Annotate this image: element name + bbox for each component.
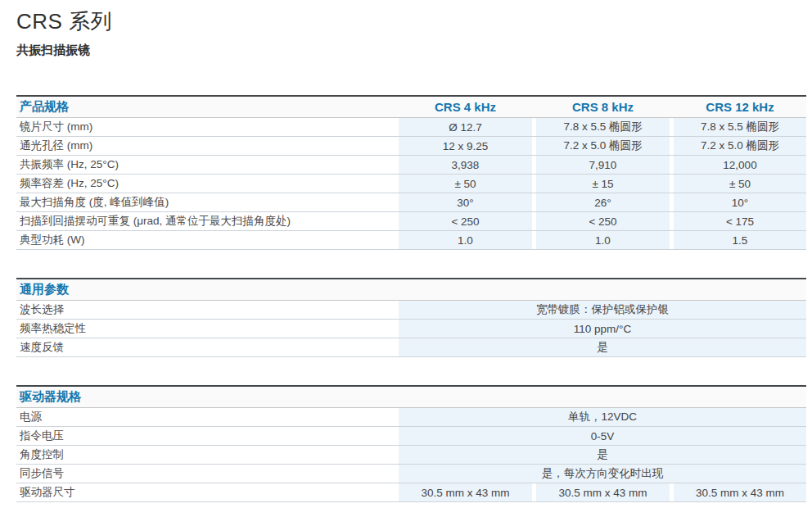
- table-row: 电源单轨，12VDC: [16, 408, 806, 427]
- row-label: 电源: [16, 408, 399, 426]
- value-cell: 1.5: [674, 231, 806, 249]
- row-label: 最大扫描角度 (度, 峰值到峰值): [16, 193, 399, 211]
- value-cell: 30°: [399, 193, 532, 211]
- value-cell: 1.0: [536, 231, 670, 249]
- value-cell: 30.5 mm x 43 mm: [674, 483, 806, 501]
- table-row: 波长选择宽带镀膜：保护铝或保护银: [16, 301, 806, 320]
- column-header-crs-8khz: CRS 8 kHz: [536, 100, 670, 114]
- value-cell: 7.8 x 5.5 椭圆形: [536, 118, 670, 136]
- table-row: 最大扫描角度 (度, 峰值到峰值)30°26°10°: [16, 193, 806, 212]
- section-title: 产品规格: [16, 99, 399, 115]
- row-label: 频率热稳定性: [16, 320, 399, 338]
- table-row: 指令电压0-5V: [16, 427, 806, 446]
- value-cell: 7,910: [536, 156, 670, 174]
- value-cell: 单轨，12VDC: [399, 408, 806, 426]
- page-title: CRS 系列: [16, 8, 806, 34]
- section-driver-specs: 驱动器规格 电源单轨，12VDC指令电压0-5V角度控制是同步信号是，每次方向变…: [16, 385, 806, 502]
- row-label: 角度控制: [16, 446, 399, 464]
- table-row: 共振频率 (Hz, 25°C)3,9387,91012,000: [16, 156, 806, 175]
- table-row: 速度反馈是: [16, 338, 806, 357]
- value-cell: 3,938: [399, 156, 532, 174]
- page-subtitle: 共振扫描振镜: [16, 42, 806, 57]
- value-cell: < 250: [536, 212, 670, 230]
- value-cell: 是: [399, 338, 806, 356]
- value-cell: ± 15: [536, 175, 670, 193]
- row-label: 速度反馈: [16, 338, 399, 356]
- table-body: 波长选择宽带镀膜：保护铝或保护银频率热稳定性110 ppm/°C速度反馈是: [16, 301, 806, 357]
- value-cell: 12,000: [674, 156, 806, 174]
- section-header: 驱动器规格: [16, 385, 806, 408]
- table-row: 同步信号是，每次方向变化时出现: [16, 465, 806, 483]
- section-product-specs: 产品规格 CRS 4 kHz CRS 8 kHz CRS 12 kHz 镜片尺寸…: [16, 95, 806, 250]
- row-label: 波长选择: [16, 301, 399, 319]
- section-header: 通用参数: [16, 278, 806, 301]
- value-cell: < 175: [674, 212, 806, 230]
- table-row: 通光孔径 (mm)12 x 9.257.2 x 5.0 椭圆形7.2 x 5.0…: [16, 137, 806, 156]
- row-label: 指令电压: [16, 427, 399, 445]
- column-header-crs-4khz: CRS 4 kHz: [399, 100, 532, 114]
- section-general-params: 通用参数 波长选择宽带镀膜：保护铝或保护银频率热稳定性110 ppm/°C速度反…: [16, 278, 806, 357]
- value-cell: 30.5 mm x 43 mm: [399, 483, 532, 501]
- table-body: 电源单轨，12VDC指令电压0-5V角度控制是同步信号是，每次方向变化时出现驱动…: [16, 408, 806, 502]
- value-cell: 是，每次方向变化时出现: [399, 465, 806, 483]
- row-label: 典型功耗 (W): [16, 231, 399, 249]
- table-row: 驱动器尺寸30.5 mm x 43 mm30.5 mm x 43 mm30.5 …: [16, 483, 806, 502]
- value-cell: 宽带镀膜：保护铝或保护银: [399, 301, 806, 319]
- spec-page: CRS 系列 共振扫描振镜 产品规格 CRS 4 kHz CRS 8 kHz C…: [0, 0, 812, 502]
- table-row: 频率热稳定性110 ppm/°C: [16, 320, 806, 338]
- value-cell: 10°: [674, 193, 806, 211]
- value-cell: < 250: [399, 212, 532, 230]
- value-cell: Ø 12.7: [399, 118, 532, 136]
- value-cell: 7.2 x 5.0 椭圆形: [536, 137, 670, 155]
- value-cell: 是: [399, 446, 806, 464]
- row-label: 同步信号: [16, 465, 399, 483]
- value-cell: 12 x 9.25: [399, 137, 532, 155]
- table-row: 镜片尺寸 (mm)Ø 12.77.8 x 5.5 椭圆形7.8 x 5.5 椭圆…: [16, 118, 806, 137]
- section-title: 通用参数: [16, 282, 806, 297]
- row-label: 驱动器尺寸: [16, 483, 399, 501]
- table-row: 扫描到回描摆动可重复 (μrad, 通常位于最大扫描角度处)< 250< 250…: [16, 212, 806, 231]
- row-label: 镜片尺寸 (mm): [16, 118, 399, 136]
- value-cell: ± 50: [674, 175, 806, 193]
- value-cell: 1.0: [399, 231, 532, 249]
- row-label: 频率容差 (Hz, 25°C): [16, 175, 399, 193]
- row-label: 扫描到回描摆动可重复 (μrad, 通常位于最大扫描角度处): [16, 212, 399, 230]
- value-cell: 7.2 x 5.0 椭圆形: [674, 137, 806, 155]
- value-cell: 0-5V: [399, 427, 806, 445]
- value-cell: 26°: [536, 193, 670, 211]
- value-cell: 110 ppm/°C: [399, 320, 806, 338]
- table-row: 角度控制是: [16, 446, 806, 465]
- value-cell: 7.8 x 5.5 椭圆形: [674, 118, 806, 136]
- table-body: 镜片尺寸 (mm)Ø 12.77.8 x 5.5 椭圆形7.8 x 5.5 椭圆…: [16, 118, 806, 250]
- row-label: 通光孔径 (mm): [16, 137, 399, 155]
- table-row: 频率容差 (Hz, 25°C)± 50± 15± 50: [16, 175, 806, 193]
- section-header: 产品规格 CRS 4 kHz CRS 8 kHz CRS 12 kHz: [16, 95, 806, 118]
- column-header-crs-12khz: CRS 12 kHz: [674, 100, 806, 114]
- value-cell: 30.5 mm x 43 mm: [536, 483, 670, 501]
- value-cell: ± 50: [399, 175, 532, 193]
- row-label: 共振频率 (Hz, 25°C): [16, 156, 399, 174]
- table-row: 典型功耗 (W)1.01.01.5: [16, 231, 806, 250]
- section-title: 驱动器规格: [16, 389, 806, 405]
